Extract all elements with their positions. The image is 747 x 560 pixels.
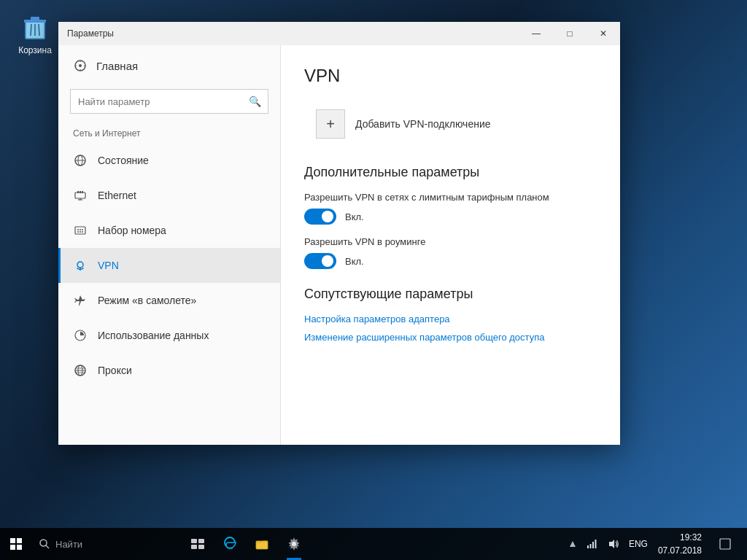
adapter-settings-link[interactable]: Настройка параметров адаптера bbox=[304, 314, 597, 324]
add-vpn-button[interactable]: + Добавить VPN-подключение bbox=[304, 101, 597, 147]
settings-button[interactable] bbox=[278, 528, 310, 560]
vpn-icon bbox=[73, 258, 88, 273]
status-icon bbox=[73, 153, 88, 168]
taskview-button[interactable] bbox=[182, 528, 214, 560]
toggle-metered[interactable] bbox=[304, 209, 336, 225]
minimize-button[interactable]: — bbox=[519, 22, 553, 45]
airplane-icon bbox=[73, 293, 88, 308]
sidebar-status-label: Состояние bbox=[98, 155, 149, 166]
svg-point-7 bbox=[79, 64, 82, 67]
start-button[interactable] bbox=[0, 528, 32, 560]
setting-metered-row: Разрешить VPN в сетях с лимитным тарифны… bbox=[304, 192, 597, 225]
svg-point-26 bbox=[80, 231, 81, 233]
window-body: Главная 🔍 Сеть и Интернет bbox=[58, 45, 620, 445]
sidebar-item-dialup[interactable]: Набор номера bbox=[58, 213, 280, 248]
sidebar-dialup-label: Набор номера bbox=[98, 225, 166, 236]
svg-rect-43 bbox=[198, 539, 204, 543]
clock-date: 07.07.2018 bbox=[658, 544, 702, 557]
sidebar-ethernet-label: Ethernet bbox=[98, 190, 136, 201]
toggle-roaming[interactable] bbox=[304, 253, 336, 269]
additional-settings-title: Дополнительные параметры bbox=[304, 165, 597, 180]
taskbar-search[interactable]: Найти bbox=[32, 528, 178, 560]
datausage-icon bbox=[73, 328, 88, 343]
window-controls: — □ ✕ bbox=[519, 22, 620, 45]
desktop: Корзина Параметры — □ ✕ bbox=[0, 0, 747, 560]
svg-point-22 bbox=[77, 229, 79, 230]
sidebar-datausage-label: Использование данных bbox=[98, 330, 209, 341]
svg-rect-2 bbox=[31, 17, 39, 20]
svg-rect-54 bbox=[720, 539, 730, 549]
search-icon: 🔍 bbox=[249, 96, 261, 107]
svg-point-40 bbox=[40, 540, 47, 546]
setting-roaming-row: Разрешить VPN в роуминге Вкл. bbox=[304, 236, 597, 269]
taskbar-clock[interactable]: 19:32 07.07.2018 bbox=[652, 528, 708, 560]
window-title: Параметры bbox=[67, 28, 519, 39]
dialup-icon bbox=[73, 223, 88, 238]
lang-indicator[interactable]: ENG bbox=[626, 539, 651, 549]
toggle-roaming-row: Вкл. bbox=[304, 253, 597, 269]
svg-point-25 bbox=[77, 231, 79, 233]
sidebar-item-ethernet[interactable]: Ethernet bbox=[58, 178, 280, 213]
svg-line-5 bbox=[39, 24, 39, 36]
edge-button[interactable] bbox=[214, 528, 246, 560]
taskbar-left: Найти bbox=[0, 528, 178, 560]
svg-rect-42 bbox=[191, 539, 197, 543]
svg-point-23 bbox=[80, 229, 81, 230]
svg-rect-16 bbox=[77, 191, 79, 193]
sidebar-item-airplane[interactable]: Режим «в самолете» bbox=[58, 283, 280, 318]
taskbar-apps bbox=[182, 528, 310, 560]
svg-rect-36 bbox=[10, 538, 15, 543]
settings-window: Параметры — □ ✕ bbox=[58, 22, 620, 445]
svg-line-41 bbox=[46, 545, 49, 548]
recycle-bin-label: Корзина bbox=[18, 45, 52, 55]
taskbar-search-placeholder: Найти bbox=[55, 539, 82, 550]
svg-rect-44 bbox=[191, 545, 197, 549]
titlebar: Параметры — □ ✕ bbox=[58, 22, 620, 45]
taskbar-right: ENG 19:32 07.07.2018 bbox=[565, 528, 747, 560]
notification-button[interactable] bbox=[709, 528, 741, 560]
system-tray[interactable] bbox=[565, 528, 581, 560]
search-input[interactable] bbox=[70, 89, 268, 114]
clock-time: 19:32 bbox=[680, 531, 702, 544]
sidebar: Главная 🔍 Сеть и Интернет bbox=[58, 45, 281, 445]
sidebar-vpn-label: VPN bbox=[98, 260, 119, 271]
maximize-button[interactable]: □ bbox=[553, 22, 587, 45]
setting-roaming-label: Разрешить VPN в роуминге bbox=[304, 236, 597, 247]
svg-rect-39 bbox=[17, 545, 22, 550]
recycle-bin-icon[interactable]: Корзина bbox=[13, 13, 57, 55]
sharing-settings-link[interactable]: Изменение расширенных параметров общего … bbox=[304, 332, 597, 343]
network-tray-icon[interactable] bbox=[582, 528, 603, 560]
close-button[interactable]: ✕ bbox=[587, 22, 620, 45]
home-label: Главная bbox=[96, 60, 138, 72]
svg-rect-45 bbox=[198, 545, 204, 549]
taskbar: Найти bbox=[0, 528, 747, 560]
svg-rect-38 bbox=[10, 545, 15, 550]
sidebar-item-status[interactable]: Состояние bbox=[58, 143, 280, 178]
svg-marker-53 bbox=[609, 540, 614, 548]
svg-point-27 bbox=[82, 231, 83, 233]
add-vpn-label: Добавить VPN-подключение bbox=[355, 118, 491, 130]
page-title: VPN bbox=[304, 66, 597, 86]
explorer-button[interactable] bbox=[246, 528, 278, 560]
volume-tray-icon[interactable] bbox=[604, 528, 624, 560]
svg-rect-51 bbox=[592, 542, 594, 548]
proxy-icon bbox=[73, 363, 88, 378]
svg-rect-49 bbox=[587, 545, 589, 548]
svg-point-28 bbox=[77, 262, 83, 268]
sidebar-proxy-label: Прокси bbox=[98, 365, 132, 376]
add-icon: + bbox=[316, 109, 345, 139]
svg-point-24 bbox=[82, 229, 83, 230]
svg-rect-50 bbox=[589, 544, 591, 548]
related-settings-title: Сопутствующие параметры bbox=[304, 287, 597, 302]
sidebar-item-proxy[interactable]: Прокси bbox=[58, 353, 280, 388]
sidebar-section-label: Сеть и Интернет bbox=[58, 122, 280, 143]
sidebar-item-home[interactable]: Главная bbox=[58, 45, 280, 86]
home-icon bbox=[73, 58, 88, 73]
sidebar-search-container: 🔍 bbox=[70, 89, 268, 114]
sidebar-item-vpn[interactable]: VPN bbox=[58, 248, 280, 283]
ethernet-icon bbox=[73, 188, 88, 203]
svg-rect-15 bbox=[75, 192, 85, 198]
svg-marker-48 bbox=[570, 541, 576, 547]
toggle-metered-row: Вкл. bbox=[304, 209, 597, 225]
sidebar-item-datausage[interactable]: Использование данных bbox=[58, 318, 280, 353]
